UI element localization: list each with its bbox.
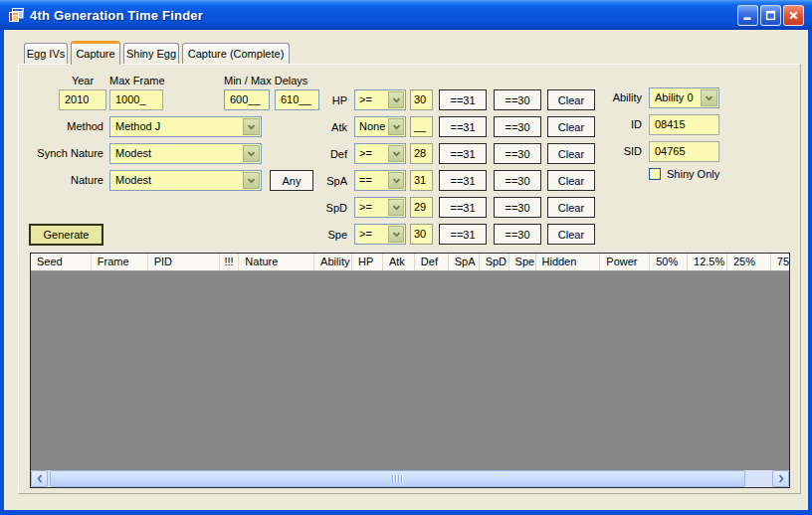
minimize-button[interactable] bbox=[737, 5, 758, 26]
min-delay-input[interactable]: 600__ bbox=[224, 89, 270, 110]
spd-op-select[interactable]: >= bbox=[354, 197, 406, 218]
column-header-12-5pct[interactable]: 12.5% bbox=[688, 254, 727, 271]
hp-value-input[interactable]: 30 bbox=[410, 89, 433, 110]
def-clear-button[interactable]: Clear bbox=[547, 143, 595, 164]
results-empty-area bbox=[31, 271, 789, 470]
spd-value-input[interactable]: 29 bbox=[410, 197, 433, 218]
column-header-seed[interactable]: Seed bbox=[31, 254, 92, 271]
hp-op-select[interactable]: >= bbox=[354, 89, 406, 110]
op-value: None bbox=[359, 118, 385, 135]
def-set-30-button[interactable]: ==30 bbox=[494, 143, 541, 164]
shiny-only-checkbox[interactable] bbox=[649, 168, 661, 180]
title-bar[interactable]: 4th Generation Time Finder bbox=[0, 0, 812, 30]
scroll-left-button[interactable] bbox=[31, 470, 48, 487]
column-header-hp[interactable]: HP bbox=[352, 254, 383, 271]
chevron-down-icon bbox=[388, 118, 404, 135]
spd-clear-button[interactable]: Clear bbox=[547, 197, 595, 218]
column-header-def[interactable]: Def bbox=[415, 254, 449, 271]
atk-value-input[interactable]: __ bbox=[410, 116, 433, 137]
op-value: >= bbox=[359, 199, 372, 216]
atk-op-select[interactable]: None bbox=[354, 116, 406, 137]
spd-set-31-button[interactable]: ==31 bbox=[439, 197, 487, 218]
year-input[interactable]: 2010 bbox=[59, 89, 106, 110]
column-header-spd[interactable]: SpD bbox=[480, 254, 509, 271]
maximize-icon bbox=[765, 10, 776, 21]
tab-capture[interactable]: Capture bbox=[71, 41, 120, 65]
column-header-pid[interactable]: PID bbox=[148, 254, 221, 271]
hp-clear-button[interactable]: Clear bbox=[547, 89, 595, 110]
def-op-select[interactable]: >= bbox=[354, 143, 406, 164]
stat-value: 31 bbox=[414, 174, 426, 186]
tab-capture-complete[interactable]: Capture (Complete) bbox=[182, 43, 290, 64]
scrollbar-track[interactable] bbox=[48, 470, 772, 487]
def-set-31-button[interactable]: ==31 bbox=[439, 143, 487, 164]
stat-row-def: Def >= 28 ==31 ==30 Clear bbox=[303, 143, 595, 164]
results-listview: Seed Frame PID !!! Nature Ability HP Atk… bbox=[30, 253, 790, 488]
minimize-icon bbox=[742, 10, 753, 21]
tab-label: Capture bbox=[76, 48, 114, 60]
close-button[interactable] bbox=[783, 5, 804, 26]
chevron-down-icon bbox=[388, 226, 404, 243]
spe-value-input[interactable]: 30 bbox=[410, 224, 433, 245]
ability-value: Ability 0 bbox=[655, 89, 694, 106]
spd-set-30-button[interactable]: ==30 bbox=[494, 197, 541, 218]
atk-set-30-button[interactable]: ==30 bbox=[494, 116, 541, 137]
atk-set-31-button[interactable]: ==31 bbox=[439, 116, 487, 137]
sid-input[interactable]: 04765 bbox=[649, 141, 719, 162]
hp-set-31-button[interactable]: ==31 bbox=[439, 89, 487, 110]
tab-egg-ivs[interactable]: Egg IVs bbox=[24, 43, 68, 64]
spa-set-31-button[interactable]: ==31 bbox=[439, 170, 487, 191]
column-header-frame[interactable]: Frame bbox=[92, 254, 148, 271]
stat-row-spd: SpD >= 29 ==31 ==30 Clear bbox=[303, 197, 595, 218]
max-frame-label: Max Frame bbox=[109, 75, 165, 86]
ability-select[interactable]: Ability 0 bbox=[649, 87, 719, 108]
id-label: ID bbox=[597, 118, 642, 130]
method-value: Method J bbox=[115, 118, 160, 135]
nature-select[interactable]: Modest bbox=[109, 170, 262, 191]
year-value: 2010 bbox=[65, 93, 89, 105]
synch-nature-value: Modest bbox=[115, 145, 151, 162]
scrollbar-grip-icon bbox=[392, 475, 403, 482]
spe-op-select[interactable]: >= bbox=[354, 224, 406, 245]
spe-clear-button[interactable]: Clear bbox=[547, 224, 595, 245]
column-header-nature[interactable]: Nature bbox=[239, 254, 314, 271]
column-header-ability[interactable]: Ability bbox=[314, 254, 352, 271]
spa-set-30-button[interactable]: ==30 bbox=[494, 170, 541, 191]
spa-value-input[interactable]: 31 bbox=[410, 170, 433, 191]
column-header-spe[interactable]: Spe bbox=[509, 254, 536, 271]
column-header-power[interactable]: Power bbox=[600, 254, 650, 271]
synch-nature-label: Synch Nature bbox=[24, 147, 103, 159]
def-value-input[interactable]: 28 bbox=[410, 143, 433, 164]
spe-set-30-button[interactable]: ==30 bbox=[494, 224, 541, 245]
scroll-right-button[interactable] bbox=[772, 470, 789, 487]
column-header-spa[interactable]: SpA bbox=[449, 254, 480, 271]
column-header-hidden[interactable]: Hidden bbox=[536, 254, 601, 271]
column-header-25pct[interactable]: 25% bbox=[727, 254, 771, 271]
op-value: >= bbox=[359, 145, 372, 162]
method-label: Method bbox=[24, 120, 103, 132]
atk-clear-button[interactable]: Clear bbox=[547, 116, 595, 137]
shiny-only-label: Shiny Only bbox=[667, 168, 719, 180]
method-select[interactable]: Method J bbox=[109, 116, 262, 137]
chevron-down-icon bbox=[243, 145, 260, 162]
column-header-alert[interactable]: !!! bbox=[220, 254, 239, 271]
hp-set-30-button[interactable]: ==30 bbox=[494, 89, 541, 110]
stat-value: 28 bbox=[414, 147, 426, 159]
tab-shiny-egg[interactable]: Shiny Egg bbox=[123, 43, 179, 64]
column-header-atk[interactable]: Atk bbox=[383, 254, 415, 271]
horizontal-scrollbar[interactable] bbox=[31, 470, 789, 487]
chevron-down-icon bbox=[388, 172, 404, 189]
max-frame-input[interactable]: 1000_ bbox=[109, 89, 163, 110]
generate-button[interactable]: Generate bbox=[29, 224, 103, 246]
maximize-button[interactable] bbox=[760, 5, 781, 26]
id-input[interactable]: 08415 bbox=[649, 114, 719, 135]
synch-nature-select[interactable]: Modest bbox=[109, 143, 262, 164]
scrollbar-thumb[interactable] bbox=[50, 470, 745, 487]
column-header-75pct-partial[interactable]: 75 bbox=[771, 254, 789, 271]
spa-op-select[interactable]: == bbox=[354, 170, 406, 191]
spa-clear-button[interactable]: Clear bbox=[547, 170, 595, 191]
op-value: >= bbox=[359, 226, 372, 243]
spe-set-31-button[interactable]: ==31 bbox=[439, 224, 487, 245]
column-header-50pct[interactable]: 50% bbox=[650, 254, 688, 271]
op-value: == bbox=[359, 172, 372, 189]
